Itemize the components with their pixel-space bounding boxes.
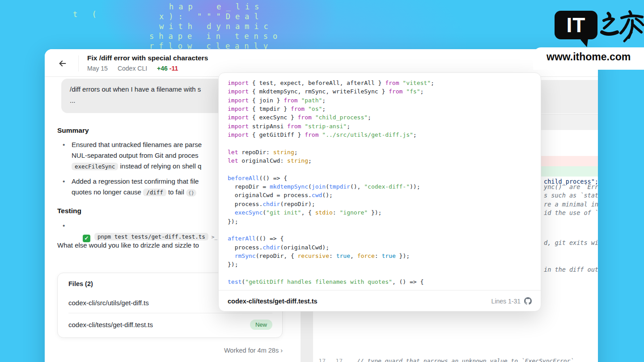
ithome-logo: IT bbox=[555, 11, 597, 39]
summary-heading: Summary bbox=[57, 126, 89, 135]
file-path: codex-cli/tests/get-diff.test.ts bbox=[68, 321, 153, 328]
terminal-icon[interactable]: >_ bbox=[212, 234, 217, 240]
code-preview-overlay: import { test, expect, beforeAll, afterA… bbox=[218, 72, 541, 311]
bullet-dot: • bbox=[63, 139, 65, 150]
arrow-left-icon bbox=[58, 59, 68, 68]
file-path: codex-cli/src/utils/get-diff.ts bbox=[68, 299, 149, 307]
deletions-count: -11 bbox=[169, 65, 178, 72]
ithome-chinese-calligraphy bbox=[600, 9, 644, 46]
code-preview-file-path: codex-cli/tests/get-diff.test.ts bbox=[228, 298, 318, 305]
code-preview-footer: codex-cli/tests/get-diff.test.ts Lines 1… bbox=[219, 290, 541, 311]
code-preview-line-range: Lines 1-31 bbox=[491, 298, 521, 305]
bullet-dot: • bbox=[63, 176, 65, 187]
testing-heading: Testing bbox=[57, 207, 81, 215]
new-file-badge: New bbox=[250, 320, 272, 330]
files-heading: Files (2) bbox=[68, 280, 93, 287]
bullet-dot: • bbox=[63, 220, 65, 231]
code-preview-content[interactable]: import { test, expect, beforeAll, afterA… bbox=[219, 73, 541, 290]
task-date: May 15 bbox=[87, 65, 108, 72]
ithome-url: www.ithome.com bbox=[547, 51, 631, 63]
file-row-get-diff-test[interactable]: codex-cli/tests/get-diff.test.ts New bbox=[68, 314, 272, 335]
worked-duration-link[interactable]: Worked for 4m 28s › bbox=[57, 347, 283, 354]
back-button[interactable] bbox=[55, 56, 70, 71]
header-divider bbox=[78, 55, 79, 72]
ithome-logo-text: IT bbox=[567, 15, 586, 35]
diff-stats: +46 -11 bbox=[157, 65, 178, 72]
additions-count: +46 bbox=[157, 65, 168, 72]
task-title: Fix /diff error with special characters bbox=[87, 54, 208, 62]
task-agent: Codex CLI bbox=[118, 65, 147, 72]
diff-code-rows: 1717// type guard that narrows an unknow… bbox=[301, 357, 598, 362]
github-icon[interactable] bbox=[524, 297, 532, 305]
diff-row: 1717// type guard that narrows an unknow… bbox=[301, 357, 598, 362]
task-meta: May 15 Codex CLI +46 -11 bbox=[87, 65, 178, 72]
test-command-chip: pnpm test tests/get-diff.test.ts bbox=[94, 233, 208, 240]
